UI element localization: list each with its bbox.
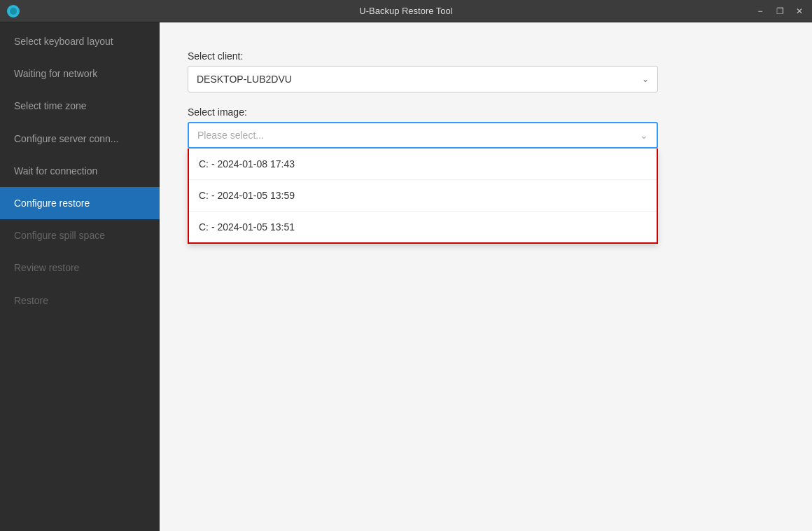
image-dropdown-container: Please select... ⌄ C: - 2024-01-08 17:43…: [188, 122, 658, 149]
image-dropdown-list: C: - 2024-01-08 17:43C: - 2024-01-05 13:…: [188, 149, 658, 244]
dropdown-item-1[interactable]: C: - 2024-01-05 13:59: [189, 180, 657, 212]
sidebar: Select keyboard layoutWaiting for networ…: [0, 22, 160, 531]
sidebar-item-select-keyboard-layout[interactable]: Select keyboard layout: [0, 25, 160, 57]
select-client-group: Select client: DESKTOP-LUB2DVU ⌄: [188, 50, 784, 92]
window-controls: − ❐ ✕: [753, 4, 806, 18]
close-button[interactable]: ✕: [792, 4, 806, 18]
sidebar-item-waiting-for-network[interactable]: Waiting for network: [0, 57, 160, 90]
chevron-down-icon-2: ⌄: [640, 130, 648, 141]
select-image-label: Select image:: [188, 106, 784, 118]
sidebar-item-review-restore: Review restore: [0, 251, 160, 284]
sidebar-item-configure-spill-space: Configure spill space: [0, 219, 160, 251]
restore-button[interactable]: ❐: [773, 4, 787, 18]
dropdown-item-2[interactable]: C: - 2024-01-05 13:51: [189, 212, 657, 242]
sidebar-item-wait-for-connection[interactable]: Wait for connection: [0, 155, 160, 187]
main-content: Select client: DESKTOP-LUB2DVU ⌄ Select …: [160, 22, 812, 531]
image-select[interactable]: Please select... ⌄: [188, 122, 658, 149]
client-select-value: DESKTOP-LUB2DVU: [197, 74, 292, 85]
titlebar: U-Backup Restore Tool − ❐ ✕: [0, 0, 812, 22]
sidebar-item-select-time-zone[interactable]: Select time zone: [0, 90, 160, 122]
image-select-placeholder: Please select...: [197, 130, 264, 141]
client-select[interactable]: DESKTOP-LUB2DVU ⌄: [188, 66, 658, 92]
app-icon: [7, 5, 20, 18]
sidebar-item-configure-restore[interactable]: Configure restore: [0, 187, 160, 219]
dropdown-item-0[interactable]: C: - 2024-01-08 17:43: [189, 149, 657, 180]
select-client-label: Select client:: [188, 50, 784, 62]
app-body: Select keyboard layoutWaiting for networ…: [0, 22, 812, 531]
sidebar-item-restore: Restore: [0, 284, 160, 317]
select-image-group: Select image: Please select... ⌄ C: - 20…: [188, 106, 784, 149]
minimize-button[interactable]: −: [753, 4, 767, 18]
window-title: U-Backup Restore Tool: [359, 6, 452, 16]
sidebar-item-configure-server-conn[interactable]: Configure server conn...: [0, 123, 160, 155]
chevron-down-icon: ⌄: [642, 74, 649, 84]
